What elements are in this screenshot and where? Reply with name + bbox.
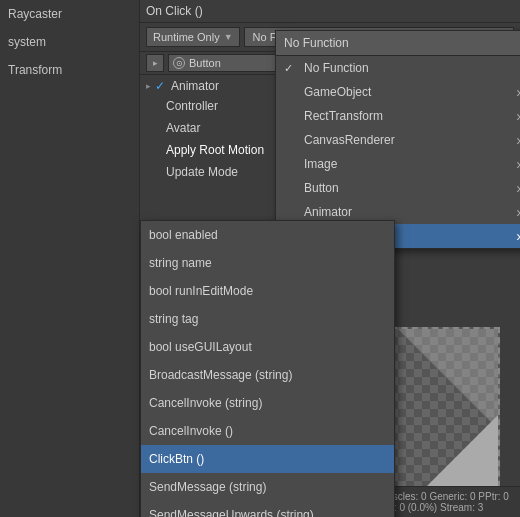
dropdown-header: No Function [276,31,520,56]
left-submenu: bool enabled string name bool runInEditM… [140,220,395,517]
left-panel: Raycaster system Transform [0,0,140,517]
dropdown-header-label: No Function [284,36,349,50]
on-click-label: On Click () [146,4,203,18]
preview-triangle-dark [418,415,498,495]
menu-item-bool-useguilayout[interactable]: bool useGUILayout [141,333,394,361]
menu-item-string-name[interactable]: string name [141,249,394,277]
sidebar-item-system[interactable]: system [0,28,139,56]
dropdown-item-no-function[interactable]: No Function [276,56,520,80]
animator-label: Animator [171,79,219,93]
menu-item-sendmessageupwards[interactable]: SendMessageUpwards (string) [141,501,394,517]
main-area: On Click () Runtime Only ▼ No Function ▸… [140,0,520,517]
menu-item-cancelinvoke-string[interactable]: CancelInvoke (string) [141,389,394,417]
menu-item-clickbtn[interactable]: ClickBtn () [141,445,394,473]
on-click-bar: On Click () [140,0,520,23]
indent-spacer: ▸ [146,54,164,72]
dropdown-item-button[interactable]: Button [276,176,520,200]
dropdown-item-recttransform[interactable]: RectTransform [276,104,520,128]
menu-item-sendmessage[interactable]: SendMessage (string) [141,473,394,501]
dropdown-item-canvasrenderer[interactable]: CanvasRenderer [276,128,520,152]
menu-item-string-tag[interactable]: string tag [141,305,394,333]
runtime-dropdown-arrow: ▼ [224,32,233,42]
runtime-dropdown[interactable]: Runtime Only ▼ [146,27,240,47]
sidebar-item-transform[interactable]: Transform [0,56,139,84]
button-icon: ⊙ [173,57,185,69]
animator-check-icon: ✓ [155,79,165,93]
menu-item-bool-runineditmode[interactable]: bool runInEditMode [141,277,394,305]
sidebar-item-raycaster[interactable]: Raycaster [0,0,139,28]
button-label: Button [189,57,221,69]
dropdown-item-image[interactable]: Image [276,152,520,176]
menu-item-bool-enabled[interactable]: bool enabled [141,221,394,249]
menu-item-cancelinvoke[interactable]: CancelInvoke () [141,417,394,445]
menu-item-broadcastmessage[interactable]: BroadcastMessage (string) [141,361,394,389]
animator-expand-icon[interactable]: ▸ [146,81,151,91]
preview-triangle-light [398,329,498,429]
right-dropdown-panel: No Function No Function GameObject RectT… [275,30,520,249]
dropdown-item-gameobject[interactable]: GameObject [276,80,520,104]
